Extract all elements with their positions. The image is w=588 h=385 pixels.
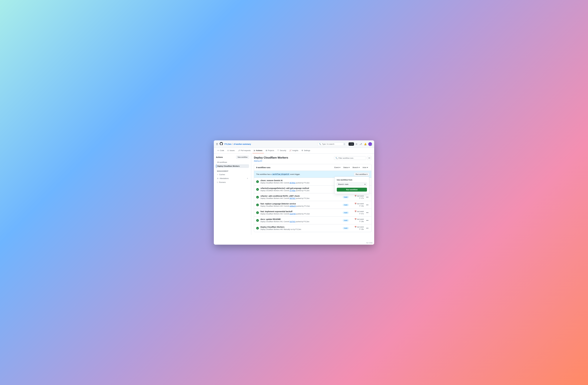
run-workflow-action-button[interactable]: Run workflow bbox=[337, 188, 367, 192]
run-time: 📅 last week bbox=[355, 226, 364, 228]
run-title[interactable]: feat: replace Language Detector service bbox=[260, 203, 341, 205]
calendar-icon: 📅 bbox=[355, 218, 357, 220]
github-logo[interactable] bbox=[220, 142, 223, 146]
tab-code[interactable]: <> Code bbox=[216, 148, 226, 153]
sidebar-item-attestations[interactable]: ⊙ Attestations ↗ bbox=[216, 177, 249, 180]
success-status-icon bbox=[256, 211, 259, 214]
run-workflow-button[interactable]: Run workflow ▾ bbox=[354, 172, 369, 176]
actions-icon: ▷ bbox=[254, 150, 255, 151]
commit-link[interactable]: d578f1b bbox=[290, 182, 295, 184]
commit-link[interactable]: 2ce4793 bbox=[290, 213, 296, 215]
commit-link[interactable]: eb8be26 bbox=[290, 205, 296, 207]
run-meta: 📅 last week ⏱ 57s bbox=[350, 211, 364, 215]
filter-placeholder: Filter workflow runs bbox=[338, 157, 353, 159]
dropdown-title: Use workflow from bbox=[337, 179, 367, 181]
projects-icon: ⊞ bbox=[266, 150, 267, 151]
run-subtitle: Deploy Cloudflare Workers #46: Commit d5… bbox=[260, 182, 347, 184]
runs-count: 9 workflow runs bbox=[256, 167, 271, 169]
run-title[interactable]: chore: remove Gemini AI bbox=[260, 179, 347, 182]
issues-icon: ⊙ bbox=[227, 150, 229, 151]
add-button[interactable]: + ▾ bbox=[349, 142, 354, 146]
tab-issues[interactable]: ⊙ Issues bbox=[226, 148, 236, 153]
branch-filter-button[interactable]: Branch ▾ bbox=[351, 166, 361, 169]
table-row: feat: replace Language Detector service … bbox=[254, 201, 371, 209]
clock-icon: ⏱ bbox=[359, 213, 361, 215]
branch-badge[interactable]: main bbox=[343, 219, 349, 222]
search-box[interactable]: 🔍 Type / to search / bbox=[317, 142, 347, 146]
caches-label: Caches bbox=[219, 173, 225, 175]
run-title[interactable]: Deploy Cloudflare Workers bbox=[260, 226, 341, 228]
run-more-button[interactable]: ••• bbox=[365, 195, 369, 199]
tab-pull-requests[interactable]: ⎇ Pull requests bbox=[236, 148, 252, 153]
timer-icon-btn[interactable]: ⊙ bbox=[355, 142, 358, 146]
sidebar-item-runners[interactable]: □ Runners bbox=[216, 180, 249, 184]
run-more-button[interactable]: ••• bbox=[365, 211, 369, 214]
org-link[interactable]: FYLSen bbox=[225, 143, 231, 145]
dispatch-banner: This workflow has a workflow_dispatch ev… bbox=[254, 171, 371, 178]
run-title[interactable]: feat: Implement exponential backoff bbox=[260, 210, 341, 213]
dispatch-code: workflow_dispatch bbox=[272, 173, 290, 175]
runners-icon: □ bbox=[217, 181, 218, 183]
chevron-down-icon: ▾ bbox=[339, 167, 340, 169]
settings-icon: ⚙ bbox=[301, 150, 303, 151]
pr-icon: ⎇ bbox=[238, 150, 240, 151]
tab-projects[interactable]: ⊞ Projects bbox=[264, 148, 275, 153]
bell-icon-btn[interactable]: 🔔 bbox=[363, 142, 367, 146]
tab-settings[interactable]: ⚙ Settings bbox=[300, 148, 312, 153]
tab-actions[interactable]: ▷ Actions bbox=[252, 148, 264, 153]
branch-badge[interactable]: main bbox=[343, 196, 349, 198]
run-subtitle: Deploy Cloudflare Workers #43: Commit eb… bbox=[260, 205, 341, 207]
run-more-button[interactable]: ••• bbox=[365, 203, 369, 207]
run-info: docs: update README Deploy Cloudflare Wo… bbox=[260, 218, 341, 223]
pullreq-icon-btn[interactable]: ⎇ bbox=[359, 142, 362, 146]
chevron-down-icon: ▾ bbox=[349, 167, 350, 169]
table-row: feat: Implement exponential backoff Depl… bbox=[254, 209, 371, 216]
attestations-icon: ⊙ bbox=[217, 177, 218, 179]
repo-link[interactable]: cf-worker-summary bbox=[234, 143, 251, 145]
run-subtitle: Deploy Cloudflare Workers #45: Commit 37… bbox=[260, 190, 347, 192]
run-more-button[interactable]: ••• bbox=[365, 219, 369, 222]
run-meta: 📅 last week ⏱ 28s bbox=[350, 226, 364, 230]
run-duration: ⏱ 28s bbox=[359, 228, 364, 230]
run-title[interactable]: docs: update README bbox=[260, 218, 341, 220]
commit-link[interactable]: 90f7922 bbox=[290, 197, 295, 199]
clock-icon: ⏱ bbox=[359, 197, 361, 199]
commit-link[interactable]: 5c07fc5 bbox=[290, 221, 295, 223]
run-more-button[interactable]: ••• bbox=[365, 226, 369, 230]
filter-search-input[interactable]: 🔍 Filter workflow runs bbox=[334, 156, 366, 160]
run-title[interactable]: refactor(LanguageDetector): add getLangu… bbox=[260, 187, 347, 189]
status-filter-button[interactable]: Status ▾ bbox=[342, 166, 351, 169]
new-workflow-button[interactable]: New workflow bbox=[236, 156, 249, 159]
code-icon: <> bbox=[217, 150, 219, 151]
tab-insights[interactable]: 📈 Insights bbox=[288, 148, 300, 153]
run-title[interactable]: refactor: add conditional RATE_LIMIT che… bbox=[260, 195, 341, 197]
run-subtitle: Deploy Cloudflare Workers #42: Commit 2c… bbox=[260, 213, 341, 215]
more-options-button[interactable]: ••• bbox=[367, 156, 372, 160]
runs-container: 9 workflow runs Event ▾ Status ▾ Branch bbox=[254, 164, 372, 232]
run-duration: ⏱ 57s bbox=[359, 213, 364, 215]
workflow-title: Deploy Cloudflare Workers bbox=[254, 156, 288, 159]
commit-link[interactable]: 3774fae bbox=[290, 190, 295, 192]
branch-badge[interactable]: main bbox=[343, 227, 349, 229]
sidebar-item-caches[interactable]: ○ Caches bbox=[216, 173, 249, 176]
actor-filter-button[interactable]: Actor ▾ bbox=[361, 166, 369, 169]
clock-icon: ⏱ bbox=[359, 205, 361, 207]
calendar-icon: 📅 bbox=[355, 203, 357, 205]
sidebar-item-all-workflows[interactable]: All workflows bbox=[216, 160, 249, 164]
event-filter-button[interactable]: Event ▾ bbox=[333, 166, 341, 169]
runners-label: Runners bbox=[219, 181, 226, 183]
workflow-file-link[interactable]: deploy.yml bbox=[254, 160, 262, 162]
tab-security[interactable]: 🛡 Security bbox=[276, 148, 287, 153]
search-icon: 🔍 bbox=[319, 143, 321, 145]
chevron-down-icon: ▾ bbox=[359, 167, 360, 169]
hamburger-icon[interactable]: ☰ bbox=[216, 143, 218, 146]
branch-badge[interactable]: main bbox=[343, 204, 349, 206]
branch-badge[interactable]: main bbox=[343, 212, 349, 214]
branch-select[interactable]: Branch: main ▾ bbox=[337, 182, 367, 186]
sidebar-header: Actions New workflow bbox=[216, 156, 249, 159]
avatar[interactable] bbox=[368, 142, 372, 146]
avatar-status-dot bbox=[371, 145, 372, 146]
sidebar-item-deploy-cloudflare[interactable]: Deploy Cloudflare Workers bbox=[216, 164, 249, 168]
calendar-icon: 📅 bbox=[355, 226, 357, 228]
clock-icon: ⏱ bbox=[359, 221, 361, 222]
